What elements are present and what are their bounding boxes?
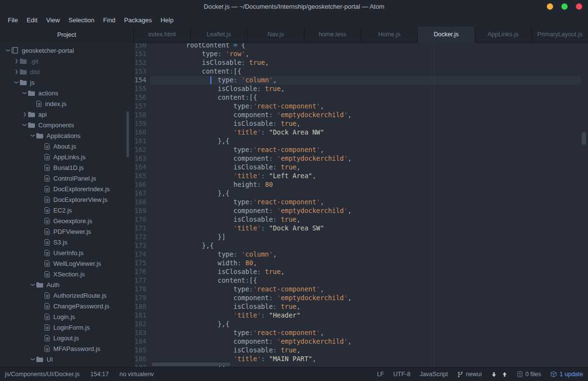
tree-item-components[interactable]: ❯Components xyxy=(0,120,133,130)
menu-item-view[interactable]: View xyxy=(42,15,64,25)
line-number-169[interactable]: 169 xyxy=(134,207,150,215)
code-line-154[interactable]: type: 'column', xyxy=(150,76,581,85)
line-number-gutter[interactable]: 1501511521531541551561571581591601611621… xyxy=(134,43,150,367)
code-line-162[interactable]: type:'react-component', xyxy=(150,146,581,154)
code-line-179[interactable]: component: 'emptydockerchild', xyxy=(150,294,581,303)
tree-item-dist[interactable]: ❯dist xyxy=(0,66,133,77)
editor-horizontal-scrollbar-thumb[interactable] xyxy=(152,363,230,366)
tree-item-s3-js[interactable]: S3.js xyxy=(0,237,133,247)
line-number-179[interactable]: 179 xyxy=(134,294,150,303)
line-number-177[interactable]: 177 xyxy=(134,276,150,285)
editor-vertical-scrollbar-thumb[interactable] xyxy=(582,132,586,145)
code-line-170[interactable]: isClosable: true, xyxy=(150,215,581,224)
line-number-161[interactable]: 161 xyxy=(134,137,150,146)
tree-item-about-js[interactable]: About.js xyxy=(0,141,133,152)
line-number-178[interactable]: 178 xyxy=(134,285,150,294)
tree-item-authorizedroute-js[interactable]: AuthorizedRoute.js xyxy=(0,290,133,301)
tab-nav-js[interactable]: Nav.js xyxy=(248,27,304,43)
line-number-164[interactable]: 164 xyxy=(134,163,150,172)
status-encoding[interactable]: UTF-8 xyxy=(393,371,410,378)
close-button[interactable] xyxy=(576,3,582,10)
status-line-ending[interactable]: LF xyxy=(377,371,384,378)
code-line-176[interactable]: isClosable: true, xyxy=(150,268,581,276)
tree-view[interactable]: ❯geosketcher-portal❯.git❯dist❯js❯actions… xyxy=(0,43,134,367)
tree-item-git[interactable]: ❯.git xyxy=(0,56,133,66)
code-line-164[interactable]: isClosable: true, xyxy=(150,163,581,172)
chevron-expanded-icon[interactable]: ❯ xyxy=(31,281,35,288)
tree-item-burial1d-js[interactable]: Burial1D.js xyxy=(0,162,133,173)
line-number-183[interactable]: 183 xyxy=(134,329,150,337)
line-number-163[interactable]: 163 xyxy=(134,154,150,163)
tree-item-docexplorerindex-js[interactable]: DocExplorerIndex.js xyxy=(0,183,133,194)
code-area[interactable]: rootContent = { type: 'row', isClosable:… xyxy=(150,43,581,367)
tab-primarylayout-js[interactable]: PrimaryLayout.js xyxy=(532,27,588,43)
tree-item-loginform-js[interactable]: LoginForm.js xyxy=(0,322,133,333)
line-number-170[interactable]: 170 xyxy=(134,215,150,224)
menu-item-file[interactable]: File xyxy=(3,15,22,25)
tree-item-ec2-js[interactable]: EC2.js xyxy=(0,205,133,215)
line-number-171[interactable]: 171 xyxy=(134,224,150,233)
line-number-162[interactable]: 162 xyxy=(134,146,150,154)
line-number-186[interactable]: 186 xyxy=(134,355,150,364)
code-line-150[interactable]: rootContent = { xyxy=(150,43,581,50)
code-line-151[interactable]: type: 'row', xyxy=(150,50,581,59)
line-number-156[interactable]: 156 xyxy=(134,93,150,102)
code-line-181[interactable]: 'title': "Header" xyxy=(150,311,581,320)
status-virtualenv[interactable]: no virtualenv xyxy=(119,371,154,378)
code-line-167[interactable]: },{ xyxy=(150,189,581,198)
code-line-177[interactable]: content:[{ xyxy=(150,276,581,285)
code-line-160[interactable]: 'title': "Dock Area NW" xyxy=(150,128,581,137)
code-line-173[interactable]: },{ xyxy=(150,242,581,250)
line-number-151[interactable]: 151 xyxy=(134,50,150,59)
tree-item-controlpanel-js[interactable]: ControlPanel.js xyxy=(0,173,133,183)
line-number-181[interactable]: 181 xyxy=(134,311,150,320)
chevron-expanded-icon[interactable]: ❯ xyxy=(31,132,35,139)
status-cursor-position[interactable]: 154:17 xyxy=(90,371,109,378)
tree-item-js[interactable]: ❯js xyxy=(0,77,133,88)
code-line-158[interactable]: component: 'emptydockerchild', xyxy=(150,111,581,120)
line-number-152[interactable]: 152 xyxy=(134,59,150,67)
git-pull-arrow-icon[interactable] xyxy=(491,371,497,378)
code-line-161[interactable]: },{ xyxy=(150,137,581,146)
line-number-160[interactable]: 160 xyxy=(134,128,150,137)
line-number-180[interactable]: 180 xyxy=(134,303,150,311)
line-number-159[interactable]: 159 xyxy=(134,120,150,128)
chevron-expanded-icon[interactable]: ❯ xyxy=(22,90,27,96)
tab-leaflet-js[interactable]: Leaflet.js xyxy=(191,27,247,43)
chevron-collapsed-icon[interactable]: ❯ xyxy=(13,59,20,63)
tree-item-login-js[interactable]: Login.js xyxy=(0,311,133,322)
line-number-150[interactable]: 150 xyxy=(134,43,150,50)
status-changed-files[interactable]: 0 files xyxy=(517,371,541,378)
line-number-182[interactable]: 182 xyxy=(134,320,150,329)
code-line-183[interactable]: type:'react-component', xyxy=(150,329,581,337)
tree-item-changepassword-js[interactable]: ChangePassword.js xyxy=(0,301,133,311)
chevron-collapsed-icon[interactable]: ❯ xyxy=(13,69,20,74)
line-number-187[interactable]: 187 xyxy=(134,364,150,367)
maximize-button[interactable] xyxy=(561,3,568,10)
tree-item-applinks-js[interactable]: AppLinks.js xyxy=(0,152,133,162)
tree-scrollbar-thumb[interactable] xyxy=(127,111,129,157)
code-line-156[interactable]: content:[{ xyxy=(150,93,581,102)
tree-item-mfapassword-js[interactable]: MFAPassword.js xyxy=(0,343,133,354)
code-editor[interactable]: 1501511521531541551561571581591601611621… xyxy=(134,43,588,367)
code-line-184[interactable]: component: 'emptydockerchild', xyxy=(150,337,581,346)
line-number-175[interactable]: 175 xyxy=(134,259,150,268)
line-number-168[interactable]: 168 xyxy=(134,198,150,207)
code-line-166[interactable]: height: 80 xyxy=(150,181,581,189)
git-push-arrow-icon[interactable] xyxy=(502,371,508,378)
line-number-185[interactable]: 185 xyxy=(134,346,150,355)
code-line-169[interactable]: component: 'emptydockerchild', xyxy=(150,207,581,215)
code-line-175[interactable]: width: 80, xyxy=(150,259,581,268)
line-number-154[interactable]: 154 xyxy=(134,76,150,85)
tab-index-html[interactable]: index.html xyxy=(134,27,191,43)
tree-item-index-js[interactable]: index.js xyxy=(0,98,133,109)
code-line-180[interactable]: isClosable: true, xyxy=(150,303,581,311)
chevron-collapsed-icon[interactable]: ❯ xyxy=(21,112,28,117)
code-line-153[interactable]: content:[{ xyxy=(150,67,581,76)
status-git-branch[interactable]: newui xyxy=(457,371,482,378)
line-number-166[interactable]: 166 xyxy=(134,181,150,189)
chevron-expanded-icon[interactable]: ❯ xyxy=(6,47,11,54)
code-line-185[interactable]: isClosable: true, xyxy=(150,346,581,355)
menu-item-find[interactable]: Find xyxy=(99,15,120,25)
tab-home-js[interactable]: Home.js xyxy=(361,27,418,43)
